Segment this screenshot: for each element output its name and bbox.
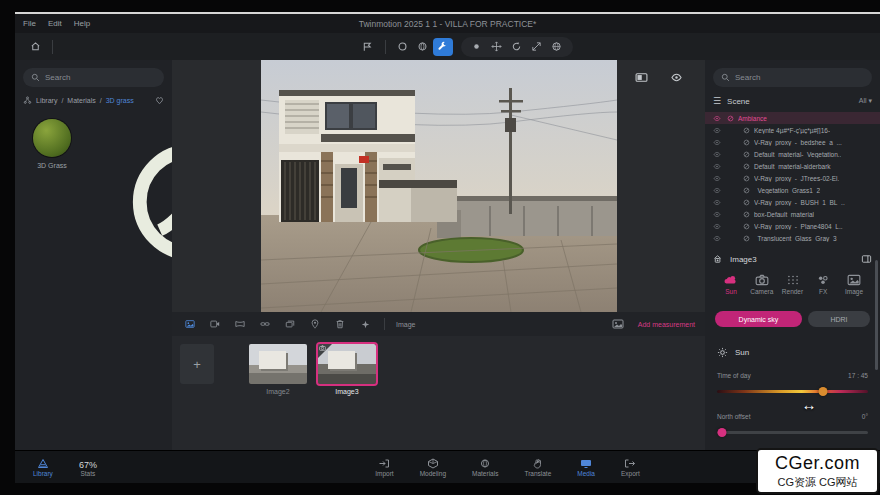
media-phasing-button[interactable] (257, 317, 273, 332)
tab-fx[interactable]: FX (809, 274, 837, 295)
scale-button[interactable] (527, 38, 547, 56)
scene-item-label: V-Ray_proxy_-_JTrees-02-El. (754, 175, 839, 182)
add-media-button[interactable]: + (180, 344, 214, 384)
material-sphere-icon (743, 235, 750, 242)
visibility-eye-icon[interactable] (713, 211, 721, 218)
stack-icon (285, 319, 295, 329)
thumbnail-image3-preview[interactable] (318, 344, 376, 384)
time-of-day-slider[interactable]: ↔ (717, 387, 868, 395)
scene-tree-row[interactable]: Ambiance (705, 112, 880, 124)
favorite-heart-icon[interactable] (155, 96, 164, 105)
tab-image[interactable]: Image (840, 274, 868, 295)
media-image-button[interactable] (182, 317, 198, 332)
scene-filter-dropdown[interactable]: All ▾ (859, 97, 872, 105)
panel-scrollbar[interactable] (875, 260, 878, 370)
visibility-eye-icon[interactable] (670, 72, 683, 83)
tab-render[interactable]: Render (779, 274, 807, 295)
grass-material-thumbnail[interactable] (33, 119, 71, 157)
media-delete-button[interactable] (332, 317, 348, 332)
rotate-button[interactable] (507, 38, 527, 56)
scene-item-label: V-Ray_proxy_-_Plane4804_L.. (754, 223, 843, 230)
media-note-button[interactable] (307, 317, 323, 332)
scene-item-label: Keynte 4µ#*F-ç'µç*µ#[]16- (754, 127, 830, 134)
paint-tool-button[interactable] (413, 38, 433, 56)
world-axis-button[interactable] (547, 38, 567, 56)
viewport[interactable] (172, 60, 705, 312)
select-tool-button[interactable] (393, 38, 413, 56)
scene-tree-row[interactable]: Default_material-_Vegetation.. (705, 148, 880, 160)
visibility-eye-icon[interactable] (713, 223, 721, 230)
time-slider-track[interactable] (717, 390, 868, 393)
asset-3d-grass[interactable]: 3D Grass (29, 119, 75, 169)
dock-materials[interactable]: Materials (472, 458, 498, 477)
pivot-button[interactable] (467, 38, 487, 56)
scene-tree-row[interactable]: _Vegetation_Grass1_2 (705, 184, 880, 196)
dock-import[interactable]: Import (375, 458, 393, 477)
dock-media[interactable]: Media (577, 458, 595, 477)
search-placeholder: Search (45, 73, 70, 82)
home-button[interactable] (25, 38, 45, 56)
panel-expand-icon[interactable] (861, 254, 872, 264)
tab-camera[interactable]: Camera (748, 274, 776, 295)
scene-tree-row[interactable]: _Translucent_Glass_Gray_3 (705, 232, 880, 244)
image-frame-icon[interactable] (612, 319, 624, 329)
scene-tree-row[interactable]: Default_material-alderbark (705, 160, 880, 172)
scene-tree-row[interactable]: V-Ray_proxy_-_BUSH_1_BL_.. (705, 196, 880, 208)
menubar: File Edit Help Twinmotion 2025 1 1 - VIL… (15, 14, 880, 33)
visibility-eye-icon[interactable] (713, 199, 721, 206)
display-icon (580, 458, 592, 469)
media-video-button[interactable] (207, 317, 223, 332)
north-offset-slider[interactable] (717, 428, 868, 436)
scene-tree-row[interactable]: V-Ray_proxy_-_Plane4804_L.. (705, 220, 880, 232)
spark-icon (361, 320, 370, 329)
media-properties-title: Image3 (730, 255, 757, 264)
move-button[interactable] (487, 38, 507, 56)
north-slider-track[interactable] (717, 431, 868, 434)
scene-item-label: Default_material-_Vegetation.. (754, 151, 841, 158)
hdri-button[interactable]: HDRI (808, 311, 870, 327)
visibility-eye-icon[interactable] (713, 139, 721, 146)
scene-search-input[interactable]: Search (713, 68, 872, 87)
visibility-eye-icon[interactable] (713, 115, 721, 122)
dock-modeling[interactable]: Modeling (420, 458, 446, 477)
hamburger-icon[interactable]: ☰ (713, 96, 721, 106)
split-view-icon[interactable] (635, 72, 648, 83)
import-icon (378, 458, 390, 469)
scene-tree-row[interactable]: V-Ray_proxy_-_JTrees-02-El. (705, 172, 880, 184)
visibility-eye-icon[interactable] (713, 187, 721, 194)
thumbnail-image2[interactable]: Image2 (249, 344, 307, 395)
dock-library[interactable]: Library (33, 458, 53, 477)
note-flag-button[interactable] (358, 38, 378, 56)
dock-stats[interactable]: 67% Stats (79, 460, 97, 477)
visibility-eye-icon[interactable] (713, 127, 721, 134)
search-icon (31, 73, 40, 82)
media-effects-button[interactable] (357, 317, 373, 332)
add-measurement-action[interactable]: Add measurement (638, 321, 695, 328)
media-presentation-button[interactable] (282, 317, 298, 332)
modify-tool-button[interactable] (433, 38, 453, 56)
thumbnail-image3[interactable]: Image3 (318, 344, 376, 395)
breadcrumb-library[interactable]: Library (36, 97, 57, 104)
dock-translate[interactable]: Translate (524, 458, 551, 477)
fx-circles-icon (816, 274, 830, 286)
media-panorama-button[interactable] (232, 317, 248, 332)
visibility-eye-icon[interactable] (713, 175, 721, 182)
dynamic-sky-button[interactable]: Dynamic sky (715, 311, 802, 327)
breadcrumb-materials[interactable]: Materials (67, 97, 95, 104)
visibility-eye-icon[interactable] (713, 235, 721, 242)
scene-tree-row[interactable]: Keynte 4µ#*F-ç'µç*µ#[]16- (705, 124, 880, 136)
thumbnail-image2-preview[interactable] (249, 344, 307, 384)
sphere-icon (417, 41, 428, 52)
watermark: CGer.com CG资源 CG网站 (756, 448, 879, 494)
time-slider-handle[interactable] (818, 387, 827, 396)
scene-tree-row[interactable]: box-Default_material (705, 208, 880, 220)
dock-export[interactable]: Export (621, 458, 640, 477)
stats-value: 67% (79, 460, 97, 470)
visibility-eye-icon[interactable] (713, 151, 721, 158)
breadcrumb-current[interactable]: 3D grass (106, 97, 134, 104)
library-search-input[interactable]: Search (23, 68, 164, 87)
scene-tree-row[interactable]: V-Ray_proxy_-_bedshee_a_... (705, 136, 880, 148)
tab-sun[interactable]: Sun (717, 274, 745, 295)
north-slider-handle[interactable] (717, 428, 726, 437)
visibility-eye-icon[interactable] (713, 163, 721, 170)
